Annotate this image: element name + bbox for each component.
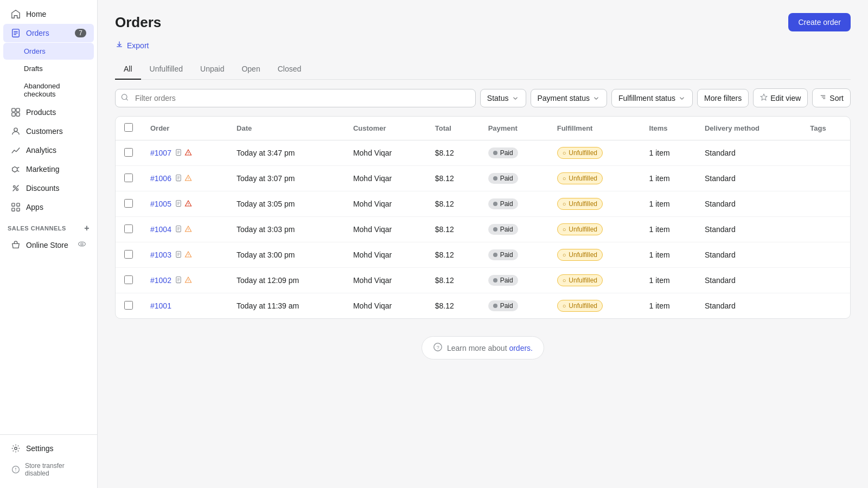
order-items: 1 item bbox=[641, 140, 696, 166]
order-link[interactable]: #1002 bbox=[150, 276, 171, 285]
fulfillment-status-filter-button[interactable]: Fulfillment status bbox=[611, 89, 693, 107]
table-row: #1003 Today at 3:00 pm Mohd Viqar $8.12 … bbox=[116, 242, 850, 268]
order-tags bbox=[801, 191, 850, 217]
page-title: Orders bbox=[115, 14, 161, 31]
order-fulfillment: Unfulfilled bbox=[548, 242, 641, 268]
sidebar-item-products[interactable]: Products bbox=[3, 103, 94, 121]
svg-rect-4 bbox=[12, 108, 15, 112]
table-row: #1004 Today at 3:03 pm Mohd Viqar $8.12 … bbox=[116, 217, 850, 242]
svg-rect-15 bbox=[17, 203, 20, 206]
table-row: #1002 Today at 12:09 pm Mohd Viqar $8.12… bbox=[116, 268, 850, 293]
order-items: 1 item bbox=[641, 293, 696, 319]
order-customer: Mohd Viqar bbox=[344, 191, 426, 217]
row-checkbox[interactable] bbox=[124, 275, 133, 284]
row-checkbox[interactable] bbox=[124, 199, 133, 208]
row-checkbox[interactable] bbox=[124, 148, 133, 157]
row-checkbox[interactable] bbox=[124, 224, 133, 233]
online-store-eye-icon[interactable] bbox=[78, 240, 86, 250]
create-order-button[interactable]: Create order bbox=[788, 13, 851, 31]
search-input[interactable] bbox=[115, 89, 476, 107]
order-total: $8.12 bbox=[426, 166, 480, 191]
warning-icon bbox=[184, 149, 192, 158]
col-items: Items bbox=[641, 117, 696, 140]
order-link[interactable]: #1007 bbox=[150, 149, 171, 157]
order-items: 1 item bbox=[641, 268, 696, 293]
table-row: #1005 Today at 3:05 pm Mohd Viqar $8.12 … bbox=[116, 191, 850, 217]
svg-point-57 bbox=[188, 230, 188, 231]
learn-more-text: Learn more about orders. bbox=[447, 344, 533, 352]
order-date: Today at 11:39 am bbox=[228, 293, 344, 319]
row-checkbox[interactable] bbox=[124, 301, 133, 310]
table-row: #1001 Today at 11:39 am Mohd Viqar $8.12… bbox=[116, 293, 850, 319]
sidebar-item-discounts-label: Discounts bbox=[26, 184, 59, 192]
order-customer: Mohd Viqar bbox=[344, 268, 426, 293]
sidebar-item-customers[interactable]: Customers bbox=[3, 122, 94, 140]
add-sales-channel-icon[interactable]: + bbox=[84, 223, 90, 233]
sort-button[interactable]: Sort bbox=[812, 88, 851, 107]
svg-rect-7 bbox=[16, 113, 20, 116]
order-link[interactable]: #1006 bbox=[150, 174, 171, 183]
tab-closed[interactable]: Closed bbox=[269, 59, 310, 80]
order-items: 1 item bbox=[641, 242, 696, 268]
order-link[interactable]: #1001 bbox=[150, 301, 171, 310]
orders-table: Order Date Customer Total Payment Fulfil… bbox=[116, 117, 850, 318]
sidebar-item-apps[interactable]: Apps bbox=[3, 198, 94, 216]
sales-channels-section: SALES CHANNELS + bbox=[0, 217, 97, 235]
sidebar-item-orders[interactable]: Orders 7 bbox=[3, 24, 94, 42]
drafts-label: Drafts bbox=[24, 65, 43, 73]
tab-all[interactable]: All bbox=[115, 59, 141, 80]
order-link[interactable]: #1003 bbox=[150, 251, 171, 259]
more-filters-button[interactable]: More filters bbox=[697, 89, 749, 107]
order-date: Today at 3:47 pm bbox=[228, 140, 344, 166]
order-total: $8.12 bbox=[426, 217, 480, 242]
orders-sub-label: Orders bbox=[24, 47, 46, 55]
col-date: Date bbox=[228, 117, 344, 140]
order-fulfillment: Unfulfilled bbox=[548, 191, 641, 217]
tab-open[interactable]: Open bbox=[233, 59, 269, 80]
order-payment: Paid bbox=[480, 191, 548, 217]
order-total: $8.12 bbox=[426, 268, 480, 293]
doc-icon bbox=[175, 276, 182, 285]
sidebar-item-home[interactable]: Home bbox=[3, 5, 94, 23]
sidebar-item-marketing-label: Marketing bbox=[26, 165, 59, 174]
order-link[interactable]: #1004 bbox=[150, 225, 171, 234]
order-date: Today at 3:05 pm bbox=[228, 191, 344, 217]
row-checkbox[interactable] bbox=[124, 250, 133, 259]
sidebar-item-abandoned-checkouts[interactable]: Abandoned checkouts bbox=[3, 78, 94, 102]
status-filter-button[interactable]: Status bbox=[480, 89, 526, 107]
sidebar-item-marketing[interactable]: Marketing bbox=[3, 160, 94, 178]
order-link[interactable]: #1005 bbox=[150, 200, 171, 208]
sidebar-item-analytics-label: Analytics bbox=[26, 146, 56, 155]
store-transfer-status: Store transfer disabled bbox=[3, 458, 94, 481]
order-fulfillment: Unfulfilled bbox=[548, 166, 641, 191]
orders-link[interactable]: orders. bbox=[509, 344, 533, 352]
sidebar-item-online-store[interactable]: Online Store bbox=[3, 236, 94, 254]
order-delivery: Standard bbox=[696, 217, 801, 242]
sidebar-item-drafts[interactable]: Drafts bbox=[3, 60, 94, 77]
col-tags: Tags bbox=[801, 117, 850, 140]
sidebar-item-orders-sub[interactable]: Orders bbox=[3, 43, 94, 60]
order-fulfillment: Unfulfilled bbox=[548, 140, 641, 166]
warning-icon bbox=[184, 200, 192, 209]
edit-view-button[interactable]: Edit view bbox=[753, 88, 808, 107]
order-fulfillment: Unfulfilled bbox=[548, 268, 641, 293]
table-row: #1006 Today at 3:07 pm Mohd Viqar $8.12 … bbox=[116, 166, 850, 191]
export-row[interactable]: Export bbox=[115, 40, 851, 50]
export-label: Export bbox=[127, 41, 149, 50]
warning-icon bbox=[184, 276, 192, 285]
order-total: $8.12 bbox=[426, 242, 480, 268]
svg-marker-26 bbox=[761, 94, 767, 100]
tab-unfulfilled[interactable]: Unfulfilled bbox=[141, 59, 192, 80]
tab-unpaid[interactable]: Unpaid bbox=[192, 59, 233, 80]
select-all-checkbox[interactable] bbox=[124, 123, 133, 132]
svg-rect-17 bbox=[17, 208, 20, 211]
svg-point-64 bbox=[188, 256, 188, 256]
payment-status-filter-button[interactable]: Payment status bbox=[531, 89, 608, 107]
warning-icon bbox=[184, 251, 192, 260]
sidebar-item-analytics[interactable]: Analytics bbox=[3, 141, 94, 159]
row-checkbox[interactable] bbox=[124, 174, 133, 182]
sidebar-item-orders-label: Orders bbox=[26, 29, 49, 37]
svg-line-9 bbox=[17, 167, 20, 168]
sidebar-item-discounts[interactable]: Discounts bbox=[3, 179, 94, 197]
sidebar-item-settings[interactable]: Settings bbox=[3, 439, 94, 458]
